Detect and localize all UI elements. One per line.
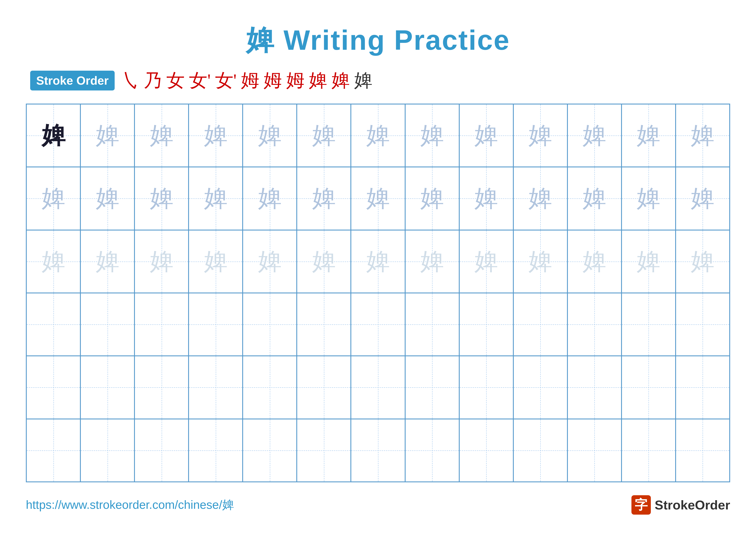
grid-cell[interactable]: 婢 [297, 356, 351, 419]
grid-cell[interactable]: 婢 [26, 356, 80, 419]
grid-cell[interactable]: 婢 [297, 293, 351, 356]
grid-cell[interactable]: 婢 [676, 104, 730, 167]
grid-cell[interactable]: 婢 [459, 230, 513, 293]
grid-cell[interactable]: 婢 [351, 104, 405, 167]
grid-cell[interactable]: 婢 [26, 104, 80, 167]
grid-cell[interactable]: 婢 [459, 293, 513, 356]
grid-cell[interactable]: 婢 [459, 167, 513, 230]
grid-cell[interactable]: 婢 [459, 419, 513, 482]
grid-cell[interactable]: 婢 [134, 356, 189, 419]
grid-cell[interactable]: 婢 [297, 167, 351, 230]
grid-cell[interactable]: 婢 [405, 293, 459, 356]
grid-cell[interactable]: 婢 [189, 419, 243, 482]
grid-cell[interactable]: 婢 [676, 230, 730, 293]
grid-cell[interactable]: 婢 [351, 419, 405, 482]
grid-cell[interactable]: 婢 [26, 167, 80, 230]
grid-cell[interactable]: 婢 [243, 356, 297, 419]
grid-cell[interactable]: 婢 [134, 419, 189, 482]
grid-cell[interactable]: 婢 [351, 230, 405, 293]
grid-cell[interactable]: 婢 [351, 356, 405, 419]
grid-cell[interactable]: 婢 [189, 230, 243, 293]
grid-cell[interactable]: 婢 [297, 419, 351, 482]
grid-cell[interactable]: 婢 [567, 419, 622, 482]
grid-cell[interactable]: 婢 [567, 167, 622, 230]
grid-cell[interactable]: 婢 [676, 419, 730, 482]
footer: https://www.strokeorder.com/chinese/婢 字 … [26, 491, 730, 517]
page-title: 婢 Writing Practice [26, 21, 730, 60]
grid-cell[interactable]: 婢 [80, 167, 134, 230]
grid-cell[interactable]: 婢 [513, 293, 567, 356]
grid-cell[interactable]: 婢 [405, 167, 459, 230]
grid-cell[interactable]: 婢 [567, 356, 622, 419]
grid-cell[interactable]: 婢 [622, 419, 676, 482]
grid-cell[interactable]: 婢 [459, 356, 513, 419]
grid-cell[interactable]: 婢 [189, 104, 243, 167]
grid-cell[interactable]: 婢 [459, 104, 513, 167]
grid-cell[interactable]: 婢 [405, 419, 459, 482]
grid-cell[interactable]: 婢 [567, 293, 622, 356]
grid-cell[interactable]: 婢 [189, 293, 243, 356]
grid-cell[interactable]: 婢 [405, 104, 459, 167]
grid-cell[interactable]: 婢 [297, 104, 351, 167]
grid-cell[interactable]: 婢 [567, 230, 622, 293]
footer-url: https://www.strokeorder.com/chinese/婢 [26, 497, 234, 513]
grid-cell[interactable]: 婢 [80, 419, 134, 482]
grid-cell[interactable]: 婢 [134, 230, 189, 293]
grid-cell[interactable]: 婢 [513, 356, 567, 419]
grid-cell[interactable]: 婢 [134, 293, 189, 356]
grid-cell[interactable]: 婢 [622, 293, 676, 356]
grid-cell[interactable]: 婢 [567, 104, 622, 167]
practice-grid: 婢婢婢婢婢婢婢婢婢婢婢婢婢婢婢婢婢婢婢婢婢婢婢婢婢婢婢婢婢婢婢婢婢婢婢婢婢婢婢婢… [26, 104, 730, 482]
stroke-steps: ㇂ 乃 女 女' 女' 姆 姆 姆 婢 婢 婢 [121, 68, 372, 93]
grid-cell[interactable]: 婢 [513, 167, 567, 230]
grid-cell[interactable]: 婢 [26, 293, 80, 356]
grid-cell[interactable]: 婢 [622, 230, 676, 293]
grid-cell[interactable]: 婢 [513, 104, 567, 167]
grid-cell[interactable]: 婢 [676, 356, 730, 419]
page: 婢 Writing Practice Stroke Order ㇂ 乃 女 女'… [0, 0, 756, 534]
grid-cell[interactable]: 婢 [189, 167, 243, 230]
footer-logo: 字 StrokeOrder [632, 495, 730, 515]
grid-cell[interactable]: 婢 [243, 104, 297, 167]
logo-text: StrokeOrder [655, 497, 730, 513]
grid-cell[interactable]: 婢 [189, 356, 243, 419]
grid-cell[interactable]: 婢 [622, 356, 676, 419]
grid-cell[interactable]: 婢 [243, 230, 297, 293]
grid-cell[interactable]: 婢 [676, 293, 730, 356]
logo-icon: 字 [632, 495, 651, 515]
grid-cell[interactable]: 婢 [134, 104, 189, 167]
grid-cell[interactable]: 婢 [134, 167, 189, 230]
stroke-order-badge: Stroke Order [30, 71, 115, 90]
stroke-order-row: Stroke Order ㇂ 乃 女 女' 女' 姆 姆 姆 婢 婢 婢 [30, 68, 730, 93]
grid-cell[interactable]: 婢 [80, 104, 134, 167]
grid-cell[interactable]: 婢 [351, 293, 405, 356]
grid-cell[interactable]: 婢 [622, 104, 676, 167]
grid-cell[interactable]: 婢 [80, 293, 134, 356]
grid-cell[interactable]: 婢 [26, 419, 80, 482]
grid-cell[interactable]: 婢 [405, 230, 459, 293]
grid-cell[interactable]: 婢 [405, 356, 459, 419]
grid-cell[interactable]: 婢 [26, 230, 80, 293]
grid-cell[interactable]: 婢 [243, 167, 297, 230]
grid-cell[interactable]: 婢 [622, 167, 676, 230]
grid-cell[interactable]: 婢 [243, 293, 297, 356]
grid-cell[interactable]: 婢 [351, 167, 405, 230]
grid-cell[interactable]: 婢 [513, 419, 567, 482]
grid-cell[interactable]: 婢 [676, 167, 730, 230]
grid-cell[interactable]: 婢 [80, 356, 134, 419]
grid-cell[interactable]: 婢 [80, 230, 134, 293]
grid-cell[interactable]: 婢 [243, 419, 297, 482]
grid-cell[interactable]: 婢 [297, 230, 351, 293]
grid-cell[interactable]: 婢 [513, 230, 567, 293]
